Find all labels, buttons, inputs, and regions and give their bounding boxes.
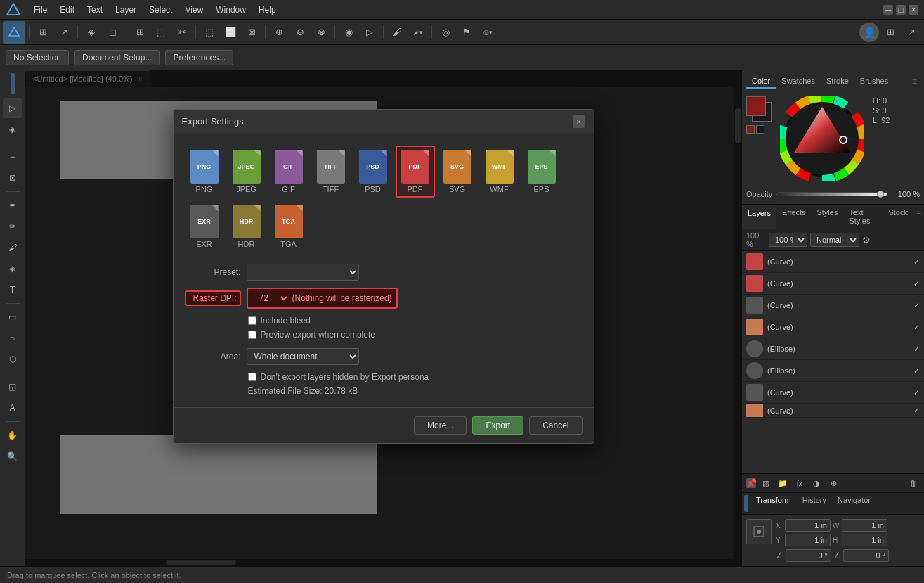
layers-tab-styles[interactable]: Styles (811, 205, 843, 229)
dialog-close-btn[interactable]: × (573, 115, 585, 128)
preview-export-checkbox[interactable] (248, 331, 256, 339)
window-close[interactable]: × (909, 5, 918, 15)
persona-designer-btn[interactable] (3, 21, 25, 44)
opacity-slider[interactable] (776, 192, 887, 196)
tool-pen[interactable]: ✒ (3, 196, 22, 215)
tb-btn11[interactable]: ◉ (339, 23, 358, 42)
layers-panel-options-btn[interactable]: ≡ (913, 205, 924, 229)
layer-item-3[interactable]: (Curve) ✓ (742, 295, 924, 316)
tool-zoom[interactable]: 🔍 (3, 447, 22, 466)
format-tiff[interactable]: TIFF TIFF (311, 146, 351, 198)
tool-pointer[interactable]: ▷ (3, 98, 22, 118)
select-btn[interactable]: ◈ (82, 23, 101, 42)
tb-btn12[interactable]: ▷ (360, 23, 379, 42)
mini-swatch-1[interactable] (746, 125, 755, 134)
left-panel-pin[interactable] (11, 73, 15, 94)
layers-gear-btn[interactable]: ⚙ (862, 235, 871, 245)
tool-node[interactable]: ◈ (3, 120, 22, 139)
transform-anchor-icon[interactable] (746, 519, 772, 544)
tool-fill[interactable]: ◈ (3, 259, 22, 278)
more-btn[interactable]: More... (414, 416, 467, 435)
w-input[interactable] (842, 519, 887, 532)
tool-transform[interactable]: ⊠ (3, 168, 22, 188)
format-pdf[interactable]: PDF PDF (396, 146, 435, 198)
color-panel-options-btn[interactable]: ≡ (909, 75, 920, 89)
transform-tab-navigator[interactable]: Navigator (832, 493, 876, 514)
layer-vis-5[interactable]: ✓ (913, 345, 920, 354)
layer-vis-6[interactable]: ✓ (913, 366, 920, 376)
format-gif[interactable]: GIF GIF (269, 146, 308, 198)
transform-tab-history[interactable]: History (797, 493, 832, 514)
eraser-btn[interactable]: ◻ (103, 23, 122, 42)
cancel-btn[interactable]: Cancel (529, 416, 582, 435)
layers-add-group[interactable]: 📁 (776, 476, 790, 490)
tb-btn10[interactable]: ⊗ (311, 23, 331, 42)
dont-export-checkbox[interactable] (248, 373, 256, 381)
area-select[interactable]: Whole document (247, 348, 359, 365)
menu-edit[interactable]: Edit (54, 4, 80, 16)
angle1-input[interactable] (786, 549, 831, 562)
canvas-area[interactable]: <Untitled> [Modified] (49.0%) × Export S… (25, 70, 741, 566)
tb-paint[interactable]: 🖌 (387, 23, 407, 42)
snap-btn[interactable]: ⊞ (33, 23, 53, 42)
x-input[interactable] (785, 519, 831, 532)
tb-btn9[interactable]: ⊖ (290, 23, 310, 42)
layers-tab-layers[interactable]: Layers (742, 205, 776, 229)
layer-item-8[interactable]: (Curve) ✓ (742, 404, 924, 418)
layers-adjustment[interactable]: ⊕ (826, 476, 840, 490)
layers-mask[interactable]: ◑ (809, 476, 824, 490)
menu-select[interactable]: Select (143, 4, 178, 16)
color-wheel-svg[interactable] (780, 96, 864, 181)
menu-help[interactable]: Help (253, 4, 282, 16)
layer-item-2[interactable]: (Curve) ✓ (742, 273, 924, 295)
grid-btn[interactable]: ⊞ (130, 23, 150, 42)
layers-fx[interactable]: fx (793, 476, 807, 490)
layer-vis-4[interactable]: ✓ (913, 323, 920, 332)
no-selection-btn[interactable]: No Selection (6, 50, 69, 65)
tool-polygon[interactable]: ⬡ (3, 350, 22, 369)
menu-file[interactable]: File (28, 4, 53, 16)
format-psd[interactable]: PSD PSD (353, 146, 393, 198)
tb-btn6[interactable]: ⬜ (221, 23, 240, 42)
layer-item-5[interactable]: (Ellipse) ✓ (742, 338, 924, 360)
tool-brush[interactable]: 🖌 (3, 238, 22, 257)
format-exr[interactable]: EXR EXR (185, 200, 224, 252)
preset-select[interactable] (247, 264, 359, 281)
mini-swatch-2[interactable] (756, 125, 764, 134)
transform-panel-pin[interactable] (744, 495, 748, 512)
include-bleed-checkbox[interactable] (248, 316, 256, 325)
layer-vis-8[interactable]: ✓ (913, 406, 920, 415)
marquee-btn[interactable]: ⬚ (151, 23, 171, 42)
tool-type[interactable]: T (3, 280, 22, 300)
tb-target2[interactable]: ◎▾ (478, 23, 497, 42)
transform-tab-transform[interactable]: Transform (750, 493, 797, 514)
tb-flag[interactable]: ⚑ (457, 23, 476, 42)
preferences-btn[interactable]: Preferences... (165, 50, 233, 65)
tb-btn5[interactable]: ⬚ (200, 23, 219, 42)
tool-gradient[interactable]: ◱ (3, 377, 22, 397)
share-btn[interactable]: ↗ (54, 23, 74, 42)
tool-hand[interactable]: ✋ (3, 425, 22, 445)
format-eps[interactable]: EPS EPS (522, 146, 561, 198)
tool-rectangle[interactable]: ▭ (3, 307, 22, 327)
tb-studio-btn[interactable]: ⊞ (880, 23, 900, 42)
y-input[interactable] (785, 534, 831, 546)
layers-add-pixel[interactable]: ▨ (759, 476, 773, 490)
layers-tab-stock[interactable]: Stock (883, 205, 913, 229)
layer-vis-1[interactable]: ✓ (913, 257, 920, 267)
layers-delete[interactable]: 🗑 (906, 476, 920, 490)
tb-user-btn[interactable]: 👤 (859, 23, 879, 42)
format-png[interactable]: PNG PNG (185, 146, 224, 198)
tb-btn7[interactable]: ⊠ (242, 23, 261, 42)
tb-btn8[interactable]: ⊕ (269, 23, 289, 42)
tb-paint2[interactable]: 🖌▾ (408, 23, 428, 42)
tb-target[interactable]: ◎ (436, 23, 455, 42)
h-input[interactable] (842, 534, 887, 546)
layer-vis-7[interactable]: ✓ (913, 388, 920, 397)
angle2-input[interactable] (843, 549, 889, 562)
menu-view[interactable]: View (179, 4, 209, 16)
layers-tab-textstyles[interactable]: Text Styles (843, 205, 883, 229)
menu-text[interactable]: Text (82, 4, 108, 16)
tool-text[interactable]: A (3, 398, 22, 418)
window-restore[interactable]: □ (896, 5, 906, 15)
